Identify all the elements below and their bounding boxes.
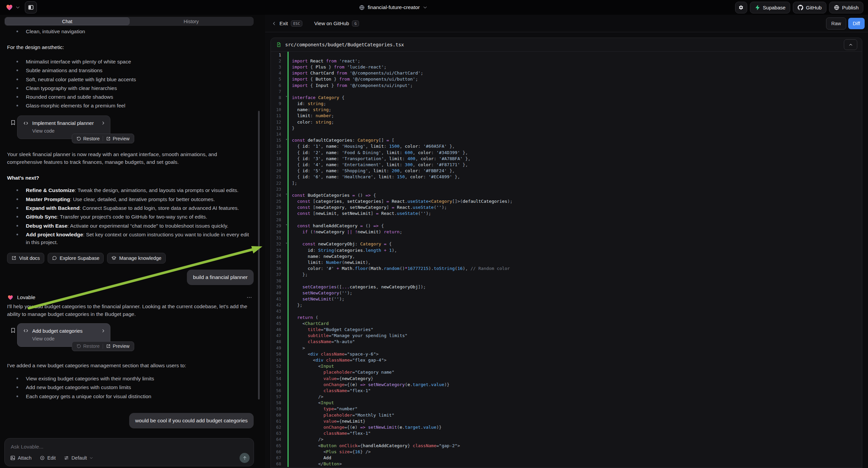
version-card[interactable]: Add budget categoriesView codeRestorePre…: [17, 323, 111, 347]
project-name: financial-future-creator: [368, 4, 420, 10]
user-message: build a financial planner: [187, 270, 254, 285]
bookmark-icon[interactable]: [10, 327, 16, 333]
code-line: 16 { id: '1', name: 'Housing', limit: 15…: [271, 143, 862, 149]
preview-button[interactable]: Preview: [103, 134, 132, 143]
line-number: 42: [271, 302, 285, 308]
line-number: 46: [271, 327, 285, 332]
list-item: Clean, intuitive navigation: [7, 28, 254, 35]
line-number: 51: [271, 357, 285, 362]
version-card-row: Add budget categoriesView codeRestorePre…: [7, 323, 254, 347]
line-number: 67: [271, 455, 285, 460]
more-options-button[interactable]: [246, 294, 252, 300]
exit-button[interactable]: Exit: [279, 21, 288, 26]
restore-button[interactable]: Restore: [73, 342, 103, 351]
line-number: 8: [271, 95, 285, 100]
sliders-icon: [64, 455, 69, 461]
supabase-button[interactable]: Supabase: [750, 2, 790, 13]
line-number: 56: [271, 388, 285, 393]
edit-button[interactable]: Edit: [39, 455, 56, 461]
line-number: 43: [271, 309, 285, 314]
line-number: 45: [271, 321, 285, 326]
chevron-right-icon[interactable]: [101, 329, 105, 333]
code-line: 4import ChartCard from '@/components/ui/…: [271, 70, 862, 76]
diff-file-card: src/components/budget/BudgetCategories.t…: [271, 38, 862, 468]
g-keycap: G: [352, 21, 359, 27]
version-card[interactable]: Implement financial plannerView codeRest…: [17, 116, 111, 139]
chevron-down-icon[interactable]: [16, 5, 20, 10]
fold-caret-icon[interactable]: ▾: [285, 95, 287, 98]
code-line: 57 />: [271, 394, 862, 400]
line-number: 37: [271, 272, 285, 277]
mode-select[interactable]: Default: [64, 455, 93, 461]
code-line: 25 const [categories, setCategories] = R…: [271, 198, 862, 204]
publish-button[interactable]: Publish: [829, 2, 863, 13]
tab-chat[interactable]: Chat: [5, 18, 129, 25]
code-editor[interactable]: 12import React from 'react';3import { Pl…: [271, 52, 862, 467]
assistant-name: Lovable: [17, 294, 35, 300]
bullet-list: View existing budget categories with the…: [7, 375, 254, 400]
chevron-down-icon: [423, 5, 428, 10]
bullet-list: Clean, intuitive navigation: [7, 28, 254, 35]
code-line: 6import { Input } from '@/components/ui/…: [271, 82, 862, 88]
diff-button[interactable]: Diff: [848, 18, 865, 29]
fold-caret-icon[interactable]: ▾: [285, 138, 287, 141]
collapse-file-button[interactable]: [844, 39, 857, 50]
manage-knowledge-button[interactable]: Manage knowledge: [107, 253, 166, 264]
fold-caret-icon[interactable]: ▾: [285, 193, 287, 196]
section-heading: What's next?: [7, 174, 254, 182]
code-line: 38: [271, 277, 862, 284]
line-number: 48: [271, 339, 285, 344]
send-button[interactable]: [240, 453, 250, 463]
line-number: 32: [271, 241, 285, 246]
code-line: 14: [271, 131, 862, 137]
toggle-sidebar-button[interactable]: [25, 1, 37, 13]
lovable-heart-icon[interactable]: [5, 4, 13, 11]
fold-caret-icon[interactable]: ▾: [285, 241, 287, 245]
chat-scrollbar[interactable]: [258, 111, 260, 400]
code-line: 66 <Plus size={16} />: [271, 448, 862, 455]
line-number: 68: [271, 461, 285, 466]
chevron-right-icon[interactable]: [101, 121, 105, 125]
ask-input[interactable]: Ask Lovable...: [11, 444, 43, 450]
line-number: 14: [271, 131, 285, 137]
chevron-up-icon: [848, 42, 853, 47]
code-line: 10 name: string;: [271, 107, 862, 113]
code-line: 15▾const defaultCategories: Category[] =…: [271, 137, 862, 143]
visit-docs-button[interactable]: Visit docs: [7, 253, 44, 264]
line-number: 33: [271, 248, 285, 253]
diff-added-bar: [287, 131, 288, 137]
quick-actions: Visit docsExplore SupabaseManage knowled…: [7, 253, 254, 264]
view-on-github-link[interactable]: View on GitHub G: [314, 21, 359, 27]
code-line: 64 />: [271, 436, 862, 442]
version-title: Implement financial planner: [32, 120, 98, 126]
version-title: Add budget categories: [32, 328, 98, 334]
line-number: 18: [271, 156, 285, 161]
list-item: Rounded corners and subtle shadows: [7, 93, 254, 101]
list-item: Expand with Backend: Connect Supabase to…: [7, 204, 254, 212]
github-button[interactable]: GitHub: [793, 2, 827, 13]
diff-added-bar: [287, 235, 288, 241]
project-switcher[interactable]: financial-future-creator: [359, 0, 428, 15]
code-line: 48 className="h-auto": [271, 339, 862, 345]
attach-button[interactable]: Attach: [10, 455, 32, 461]
external-link-icon: [106, 136, 111, 141]
settings-button[interactable]: [735, 2, 747, 13]
line-number: 66: [271, 449, 285, 454]
view-code-link[interactable]: View code: [18, 126, 110, 134]
tab-history[interactable]: History: [129, 18, 253, 25]
preview-button[interactable]: Preview: [103, 342, 132, 351]
restore-button[interactable]: Restore: [73, 134, 103, 143]
bookmark-icon[interactable]: [10, 119, 16, 125]
line-number: 52: [271, 363, 285, 369]
code-line: 62 onChange={(e) => setNewLimit(e.target…: [271, 424, 862, 430]
fold-caret-icon[interactable]: ▾: [285, 223, 287, 226]
explore-supabase-button[interactable]: Explore Supabase: [48, 253, 104, 264]
globe-icon: [359, 5, 365, 10]
raw-button[interactable]: Raw: [826, 18, 846, 30]
code-line: 31: [271, 235, 862, 241]
code-line: 1: [271, 52, 862, 58]
file-path-bar: src/components/budget/BudgetCategories.t…: [271, 38, 862, 52]
view-code-link[interactable]: View code: [18, 334, 110, 342]
chevron-left-icon[interactable]: [272, 21, 276, 26]
line-number: 63: [271, 431, 285, 436]
